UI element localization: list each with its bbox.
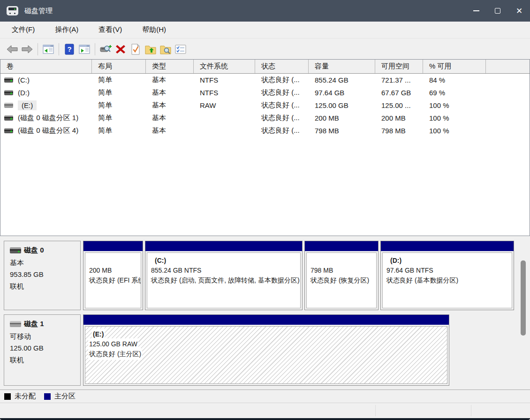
volume-icon [4,128,13,133]
partition-name: (C:) [151,256,296,266]
partition-block[interactable]: 798 MB状态良好 (恢复分区) [304,241,379,310]
volume-name: (磁盘 0 磁盘分区 4) [18,126,78,135]
mark-partition-active-button[interactable] [128,42,143,56]
partition-block[interactable]: 200 MB状态良好 (EFI 系统分区) [83,241,143,310]
legend-item-1: 主分区 [44,392,76,401]
partition-size: 855.24 GB NTFS [151,266,296,275]
partition-block[interactable]: (E:)125.00 GB RAW状态良好 (主分区) [83,314,449,386]
column-header-4[interactable]: 状态 [255,60,309,73]
table-row[interactable]: (C:)简单基本NTFS状态良好 (...855.24 GB721.37 ...… [0,74,530,86]
delete-volume-button[interactable] [113,42,128,56]
mark-partition-active-icon [131,44,140,55]
capacity-cell: 798 MB [309,124,375,137]
disk-title: 磁盘 1 [10,320,80,328]
type-cell: 基本 [146,86,194,99]
type-cell: 基本 [146,124,194,137]
capacity-cell: 125.00 GB [309,99,375,112]
forward-button[interactable] [20,42,35,56]
menu-item-2[interactable]: 查看(V) [91,23,129,37]
toolbar-separator [59,43,59,55]
partition-body: 798 MB状态良好 (恢复分区) [306,252,377,308]
partition-block[interactable]: (D:)97.64 GB NTFS状态良好 (基本数据分区) [380,241,514,310]
status-cell: 状态良好 (... [255,99,309,112]
pct-free-cell: 84 % [423,74,486,86]
open-folder-icon [145,44,156,54]
disk-management-window: 磁盘管理 ✕ 文件(F)操作(A)查看(V)帮助(H) [0,0,530,420]
legend-label: 未分配 [15,392,36,401]
table-row[interactable]: (磁盘 0 磁盘分区 1)简单基本状态良好 (...200 MB200 MB10… [0,112,530,124]
show-action-pane-button[interactable] [77,42,92,56]
disk-title: 磁盘 0 [10,246,80,255]
status-bar [0,403,530,418]
help-button[interactable]: ? [62,42,77,56]
disk-header-panel[interactable]: 磁盘 0基本953.85 GB联机 [4,241,81,310]
table-row[interactable]: (E:)简单基本RAW状态良好 (...125.00 GB125.00 ...1… [0,99,530,112]
pct-free-cell: 100 % [423,124,486,137]
window-title: 磁盘管理 [24,7,53,15]
caption-buttons: ✕ [465,0,530,22]
type-cell: 基本 [146,99,194,112]
column-header-8[interactable] [486,60,530,73]
disk-name: 磁盘 0 [24,246,44,255]
legend-swatch [4,393,11,400]
minimize-icon [473,10,479,11]
column-header-3[interactable]: 文件系统 [194,60,255,73]
title-bar: 磁盘管理 ✕ [0,0,530,22]
minimize-button[interactable] [465,0,487,22]
partition-size: 97.64 GB NTFS [386,266,508,275]
partition-name: (D:) [386,256,508,266]
capacity-cell: 855.24 GB [309,74,375,86]
maximize-icon [495,8,500,14]
menu-item-1[interactable]: 操作(A) [48,23,85,37]
menu-item-3[interactable]: 帮助(H) [135,23,173,37]
disk-size: 953.85 GB [10,268,80,280]
vertical-scrollbar[interactable] [521,260,526,336]
fs-cell: RAW [194,99,255,112]
back-button[interactable] [5,42,20,56]
back-icon [6,45,18,54]
column-header-5[interactable]: 容量 [309,60,375,73]
show-console-tree-button[interactable] [41,42,56,56]
layout-cell: 简单 [92,124,146,137]
pct-free-cell: 100 % [423,99,486,112]
rescan-disks-button[interactable] [98,42,113,56]
column-header-2[interactable]: 类型 [146,60,194,73]
fs-cell: NTFS [194,86,255,99]
free-space-cell: 125.00 ... [375,99,423,112]
disk-header-panel[interactable]: 磁盘 1可移动125.00 GB联机 [4,314,81,386]
toolbar-separator [38,43,38,55]
explore-button[interactable] [158,42,173,56]
window-bottom-border [0,418,530,420]
status-bar-divider [375,405,376,416]
disk-name: 磁盘 1 [24,320,44,328]
column-header-0[interactable]: 卷 [0,60,92,73]
volume-icon [4,90,13,95]
partition-size: 125.00 GB RAW [89,339,443,349]
volume-name: (E:) [18,100,37,110]
free-space-cell: 67.67 GB [375,86,423,99]
column-header-1[interactable]: 布局 [92,60,146,73]
partition-color-bar [145,241,302,251]
partition-status: 状态良好 (恢复分区) [310,275,372,285]
menu-bar: 文件(F)操作(A)查看(V)帮助(H) [0,22,530,38]
explore-folder-icon [160,44,171,54]
show-console-tree-icon [43,45,54,54]
column-header-7[interactable]: % 可用 [423,60,486,73]
status-cell: 状态良好 (... [255,124,309,137]
column-header-6[interactable]: 可用空间 [375,60,423,73]
toolbar: ? [0,39,530,59]
properties-list-button[interactable] [173,42,188,56]
close-button[interactable]: ✕ [508,0,530,22]
filler-cell [486,99,530,112]
partition-status: 状态良好 (启动, 页面文件, 故障转储, 基本数据分区) [151,275,296,285]
layout-cell: 简单 [92,112,146,124]
forward-icon [21,45,33,54]
maximize-button[interactable] [487,0,508,22]
table-row[interactable]: (磁盘 0 磁盘分区 4)简单基本状态良好 (...798 MB798 MB10… [0,124,530,137]
menu-item-0[interactable]: 文件(F) [5,23,42,37]
partition-block[interactable]: (C:)855.24 GB NTFS状态良好 (启动, 页面文件, 故障转储, … [145,241,303,310]
table-row[interactable]: (D:)简单基本NTFS状态良好 (...97.64 GB67.67 GB69 … [0,86,530,99]
partition-name [310,256,372,266]
open-button[interactable] [143,42,158,56]
disk-status: 联机 [10,354,80,366]
